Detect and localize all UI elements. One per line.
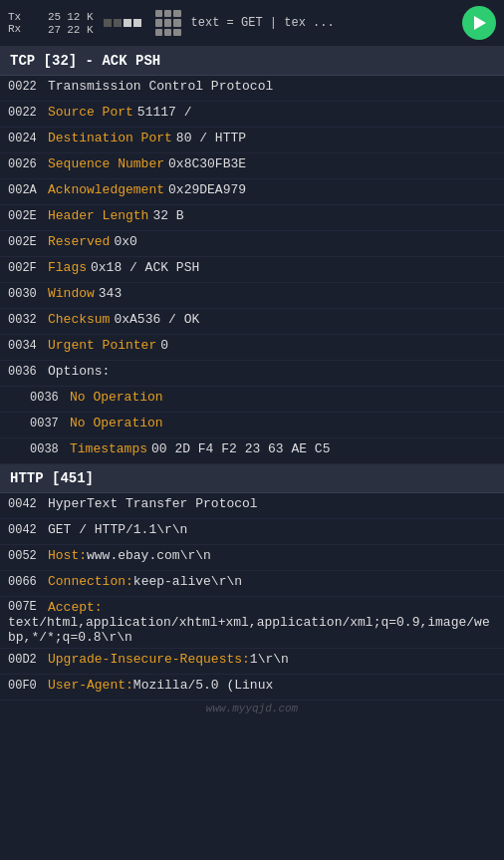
- table-row: 002EHeader Length32 B: [0, 205, 504, 231]
- field-name: Connection:: [48, 574, 133, 589]
- table-row: 0052Host: www.ebay.com\r\n: [0, 545, 504, 571]
- rx-label: Rx: [8, 23, 38, 35]
- table-row: 0030Window343: [0, 283, 504, 309]
- field-value: 0x0: [114, 234, 136, 249]
- rx-kb: 22 K: [67, 24, 93, 36]
- row-address: 0038: [30, 442, 70, 456]
- field-name: Acknowledgement: [48, 182, 164, 197]
- table-row: 007EAccept: text/html,application/xhtml+…: [0, 597, 504, 649]
- row-address: 0036: [30, 391, 70, 405]
- field-value: www.ebay.com\r\n: [87, 548, 211, 563]
- row-address: 002E: [8, 209, 48, 223]
- field-name: Header Length: [48, 208, 148, 223]
- field-value: keep-alive\r\n: [133, 574, 242, 589]
- table-row: 0022Transmission Control Protocol: [0, 76, 504, 102]
- field-value: 0: [160, 338, 168, 353]
- row-address: 00D2: [8, 653, 48, 667]
- table-row: 002AAcknowledgement0x29DEA979: [0, 179, 504, 205]
- grid-icon: [155, 10, 181, 36]
- table-row: 002EReserved0x0: [0, 231, 504, 257]
- row-address: 007E: [8, 600, 48, 614]
- table-row: 0066Connection: keep-alive\r\n: [0, 571, 504, 597]
- table-row: 0034Urgent Pointer0: [0, 335, 504, 361]
- tcp-rows: 0022Transmission Control Protocol0022Sou…: [0, 76, 504, 464]
- row-address: 0042: [8, 523, 48, 537]
- field-value: 0x29DEA979: [168, 182, 246, 197]
- table-row: 0022Source Port51117 /: [0, 102, 504, 128]
- field-value: 0x18 / ACK PSH: [91, 260, 199, 275]
- row-address: 002E: [8, 235, 48, 249]
- table-row: 0032Checksum0xA536 / OK: [0, 309, 504, 335]
- watermark: www.myyqjd.com: [0, 701, 504, 717]
- play-button[interactable]: [462, 6, 496, 40]
- field-name: Sequence Number: [48, 156, 164, 171]
- field-value: 0xA536 / OK: [114, 312, 199, 327]
- row-label: Transmission Control Protocol: [48, 79, 273, 94]
- field-name: Upgrade-Insecure-Requests:: [48, 652, 250, 667]
- table-row: 0026Sequence Number0x8C30FB3E: [0, 153, 504, 179]
- field-value: 1\r\n: [250, 652, 289, 667]
- row-address: 0036: [8, 365, 48, 379]
- field-name: User-Agent:: [48, 678, 133, 693]
- row-address: 0030: [8, 287, 48, 301]
- field-name: Flags: [48, 260, 87, 275]
- row-label: Options:: [48, 364, 110, 379]
- signal-icon: [104, 19, 141, 27]
- field-value: Mozilla/5.0 (Linux: [133, 678, 273, 693]
- table-row: 0042GET / HTTP/1.1\r\n: [0, 519, 504, 545]
- field-value: 32 B: [152, 208, 183, 223]
- table-row: 0037No Operation: [0, 413, 504, 438]
- row-label: No Operation: [70, 390, 163, 405]
- row-address: 0026: [8, 157, 48, 171]
- field-name: Urgent Pointer: [48, 338, 156, 353]
- row-address: 0022: [8, 106, 48, 120]
- http-rows: 0042HyperText Transfer Protocol0042GET /…: [0, 493, 504, 701]
- table-row: 0042HyperText Transfer Protocol: [0, 493, 504, 519]
- row-address: 0032: [8, 313, 48, 327]
- row-address: 0066: [8, 575, 48, 589]
- field-name: Host:: [48, 548, 87, 563]
- table-row: 00D2Upgrade-Insecure-Requests: 1\r\n: [0, 649, 504, 675]
- field-name: Timestamps: [70, 441, 147, 456]
- table-row: 00F0User-Agent: Mozilla/5.0 (Linux: [0, 675, 504, 701]
- field-value: 51117 /: [137, 105, 192, 120]
- row-address: 0034: [8, 339, 48, 353]
- table-row: 0038Timestamps00 2D F4 F2 23 63 AE C5: [0, 438, 504, 464]
- top-bar: Tx Rx 25 12 K 27 22 K text = GET | tex .…: [0, 0, 504, 47]
- field-name: Destination Port: [48, 131, 172, 145]
- row-label: No Operation: [70, 416, 163, 430]
- tcp-header: TCP [32] - ACK PSH: [0, 47, 504, 76]
- rx-packets: 27: [48, 24, 61, 36]
- tx-rx-labels: Tx Rx: [8, 11, 38, 35]
- field-value: 343: [99, 286, 122, 301]
- tx-kb: 12 K: [67, 11, 93, 23]
- row-address: 0042: [8, 497, 48, 511]
- field-name: Checksum: [48, 312, 110, 327]
- field-value: 0x8C30FB3E: [168, 156, 246, 171]
- http-header: HTTP [451]: [0, 464, 504, 493]
- row-label: HyperText Transfer Protocol: [48, 496, 258, 511]
- packet-stats: 25 12 K 27 22 K: [48, 11, 94, 36]
- table-row: 0024Destination Port80 / HTTP: [0, 128, 504, 153]
- field-name: Window: [48, 286, 95, 301]
- row-address: 0024: [8, 132, 48, 145]
- field-value: text/html,application/xhtml+xml,applicat…: [8, 615, 496, 645]
- row-address: 00F0: [8, 679, 48, 693]
- table-row: 0036No Operation: [0, 387, 504, 413]
- row-address: 0022: [8, 80, 48, 94]
- field-name: Reserved: [48, 234, 110, 249]
- row-label: GET / HTTP/1.1\r\n: [48, 522, 187, 537]
- filter-text[interactable]: text = GET | tex ...: [191, 16, 452, 30]
- field-name: Accept:: [48, 600, 103, 615]
- tx-packets: 25: [48, 11, 61, 23]
- field-value: 80 / HTTP: [176, 131, 246, 145]
- field-value: 00 2D F4 F2 23 63 AE C5: [151, 441, 330, 456]
- row-address: 002F: [8, 261, 48, 275]
- table-row: 0036Options:: [0, 361, 504, 387]
- field-name: Source Port: [48, 105, 133, 120]
- row-address: 0037: [30, 417, 70, 430]
- play-icon: [474, 16, 486, 30]
- row-address: 0052: [8, 549, 48, 563]
- row-address: 002A: [8, 183, 48, 197]
- tx-label: Tx: [8, 11, 38, 23]
